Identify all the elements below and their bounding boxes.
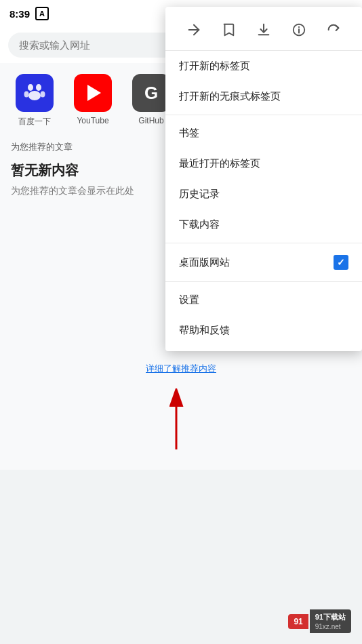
watermark-text1: 91下载站 — [315, 612, 346, 622]
info-button[interactable] — [287, 18, 311, 42]
menu-divider-3 — [165, 281, 362, 282]
dropdown-toolbar — [165, 12, 362, 51]
svg-point-8 — [41, 92, 45, 98]
desktop-site-checkbox[interactable]: ✓ — [334, 255, 348, 270]
menu-item-desktop-site[interactable]: 桌面版网站 ✓ — [165, 246, 362, 279]
watermark-text2: 91xz.net — [315, 623, 346, 630]
youtube-icon — [74, 74, 112, 112]
svg-point-7 — [24, 92, 29, 98]
watermark-logo: 91 — [294, 617, 302, 626]
baidu-label: 百度一下 — [18, 116, 51, 127]
forward-button[interactable] — [182, 18, 206, 42]
download-icon — [256, 22, 271, 37]
arrow-svg — [156, 388, 197, 456]
svg-point-16 — [298, 26, 299, 28]
youtube-label: YouTube — [77, 116, 108, 125]
menu-divider-1 — [165, 115, 362, 115]
baidu-logo-svg — [22, 81, 47, 105]
menu-item-bookmarks[interactable]: 书签 — [165, 118, 362, 148]
svg-point-6 — [28, 91, 41, 100]
menu-divider-2 — [165, 243, 362, 243]
refresh-icon — [326, 22, 341, 37]
watermark: 91 91下载站 91xz.net — [288, 609, 351, 633]
menu-item-new-tab[interactable]: 打开新的标签页 — [165, 51, 362, 81]
bookmark-icon — [221, 22, 236, 37]
quick-item-baidu[interactable]: 百度一下 — [11, 74, 58, 127]
more-info-link[interactable]: 详细了解推荐内容 — [146, 363, 216, 374]
dropdown-menu: 打开新的标签页 打开新的无痕式标签页 书签 最近打开的标签页 历史记录 下载内容… — [165, 7, 362, 351]
menu-item-settings[interactable]: 设置 — [165, 285, 362, 315]
bookmark-button[interactable] — [216, 18, 241, 42]
menu-item-history[interactable]: 历史记录 — [165, 179, 362, 209]
status-time: 8:39 — [9, 8, 30, 20]
svg-point-5 — [36, 84, 41, 91]
status-a-icon: A — [35, 7, 49, 20]
refresh-button[interactable] — [321, 18, 346, 42]
status-left: 8:39 A — [9, 7, 49, 20]
github-label: GitHub — [138, 116, 163, 125]
arrow-container — [156, 388, 197, 459]
baidu-icon — [16, 74, 54, 112]
quick-item-youtube[interactable]: YouTube — [69, 74, 117, 127]
menu-item-downloads[interactable]: 下载内容 — [165, 209, 362, 240]
menu-item-recent-tabs[interactable]: 最近打开的标签页 — [165, 148, 362, 179]
download-button[interactable] — [252, 18, 276, 42]
more-info-container: 详细了解推荐内容 — [146, 362, 216, 375]
menu-item-help[interactable]: 帮助和反馈 — [165, 315, 362, 346]
svg-point-4 — [28, 84, 33, 91]
youtube-play-icon — [87, 85, 101, 101]
menu-item-incognito[interactable]: 打开新的无痕式标签页 — [165, 81, 362, 112]
info-icon — [291, 22, 306, 37]
github-icon: G — [132, 74, 170, 112]
forward-icon — [186, 22, 201, 37]
